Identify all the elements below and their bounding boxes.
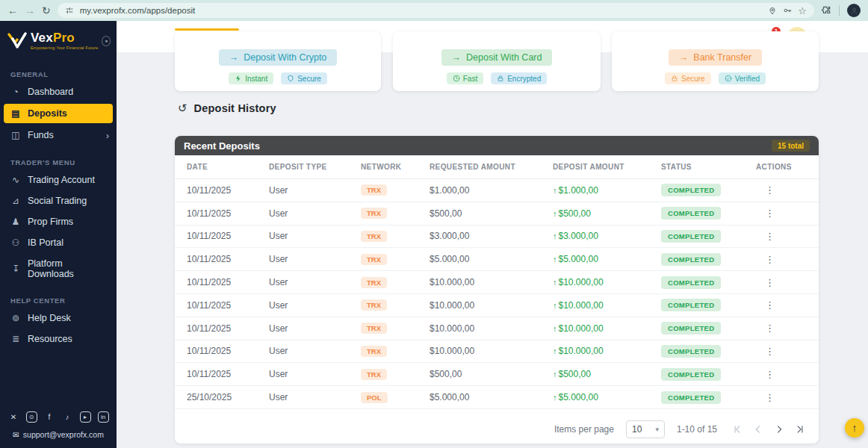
network-badge: TRX (361, 184, 387, 196)
cell-deposit-amount: ↑$10.000,00 (553, 300, 661, 311)
row-actions-menu-icon[interactable]: ⋮ (756, 254, 807, 265)
sidebar-item-deposits[interactable]: ▤Deposits (4, 104, 113, 123)
sidebar-item-funds[interactable]: ◫Funds› (0, 125, 117, 146)
row-actions-menu-icon[interactable]: ⋮ (756, 369, 807, 380)
row-actions-menu-icon[interactable]: ⋮ (756, 208, 807, 219)
sidebar-item-trading-account[interactable]: ∿Trading Account (0, 169, 117, 190)
mail-icon: ✉ (13, 430, 19, 439)
bank-transfer-button[interactable]: →Bank Transfer (669, 49, 762, 66)
sidebar-item-label: Resources (28, 334, 72, 344)
extensions-icon[interactable] (821, 5, 831, 16)
deposit-with-crypto-button[interactable]: →Deposit With Crypto (219, 49, 338, 66)
chrome-separator (839, 5, 840, 16)
dashboard-icon: ◔ (10, 87, 21, 97)
sidebar-item-platform-downloads[interactable]: ↧Platform Downloads (0, 253, 117, 284)
row-actions-menu-icon[interactable]: ⋮ (756, 323, 807, 334)
row-actions-menu-icon[interactable]: ⋮ (756, 299, 807, 311)
row-actions-menu-icon[interactable]: ⋮ (756, 231, 807, 242)
cell-deposit-type: User (269, 392, 361, 402)
person-icon (850, 7, 858, 15)
table-footer: Items per page 10 ▾ 1-10 of 15 (175, 415, 819, 444)
instagram-icon[interactable]: ⊙ (26, 411, 37, 423)
brand-name: VexPro (31, 31, 98, 44)
table-row: 10/11/2025UserTRX$10.000,00↑$10.000,00CO… (175, 317, 819, 340)
tiktok-icon[interactable]: ♪ (62, 411, 73, 423)
items-per-page-label: Items per page (554, 424, 614, 435)
social-links: ✕⊙f♪▸in (0, 405, 117, 429)
verified-badge: Verified (719, 72, 766, 84)
scroll-to-top-button[interactable]: ↑ (845, 418, 864, 438)
cell-date: 10/11/2025 (187, 185, 269, 196)
network-badge: TRX (361, 254, 387, 265)
youtube-icon[interactable]: ▸ (80, 411, 91, 423)
row-actions-menu-icon[interactable]: ⋮ (756, 184, 807, 196)
row-actions-menu-icon[interactable]: ⋮ (756, 346, 807, 357)
reload-button[interactable]: ↻ (42, 5, 51, 16)
forward-button[interactable]: → (25, 5, 35, 16)
help-desk-icon: ⊚ (10, 313, 21, 323)
cell-deposit-type: User (269, 208, 361, 219)
cell-deposit-type: User (269, 185, 361, 196)
section-label-trader-s-menu: TRADER'S MENU (0, 152, 117, 169)
sidebar-item-prop-firms[interactable]: ♟Prop Firms (0, 211, 117, 232)
cell-requested-amount: $5.000,00 (430, 392, 553, 402)
encrypted-badge: Encrypted (491, 72, 547, 84)
status-badge: COMPLETED (661, 230, 721, 243)
section-label-help-center: HELP CENTER (0, 290, 117, 308)
first-page-button[interactable] (732, 424, 743, 435)
secure-badge: Secure (665, 72, 711, 84)
bookmark-star-icon[interactable]: ☆ (798, 6, 807, 16)
status-badge: COMPLETED (661, 322, 721, 335)
table-titlebar: Recent Deposits 15 total (175, 136, 819, 155)
url-bar[interactable]: my.vexprofx.com/apps/deposit ☆ (58, 3, 814, 18)
sidebar-item-label: Deposits (28, 108, 67, 119)
cell-deposit-type: User (269, 254, 361, 264)
sidebar-item-help-desk[interactable]: ⊚Help Desk (0, 308, 117, 329)
table-body: 10/11/2025UserTRX$1.000,00↑$1.000,00COMP… (175, 179, 819, 409)
arrow-up-icon: ↑ (553, 231, 557, 240)
linkedin-icon[interactable]: in (98, 411, 109, 423)
brand: VexPro Empowering Your Financial Future … (0, 21, 117, 58)
key-icon[interactable] (783, 6, 792, 15)
page-size-select[interactable]: 10 ▾ (626, 420, 665, 438)
sidebar-item-dashboard[interactable]: ◔Dashboard (0, 81, 117, 102)
browser-chrome: ← → ↻ my.vexprofx.com/apps/deposit ☆ (0, 0, 868, 21)
network-badge: TRX (361, 277, 387, 288)
cell-deposit-amount: ↑$10.000,00 (553, 277, 661, 287)
browser-profile-avatar[interactable] (847, 4, 861, 17)
back-button[interactable]: ← (7, 5, 18, 16)
url-text[interactable]: my.vexprofx.com/apps/deposit (80, 6, 763, 15)
next-page-button[interactable] (774, 424, 784, 435)
cell-deposit-type: User (269, 300, 361, 311)
x-icon[interactable]: ✕ (8, 411, 19, 423)
row-actions-menu-icon[interactable]: ⋮ (756, 392, 807, 403)
facebook-icon[interactable]: f (44, 411, 55, 423)
tune-icon[interactable] (65, 6, 74, 15)
column-header-status: STATUS (661, 163, 756, 171)
sidebar-item-social-trading[interactable]: ⊿Social Trading (0, 190, 117, 211)
arrow-right-icon: → (452, 52, 462, 63)
section-title: Deposit History (194, 102, 276, 114)
cell-requested-amount: $10.000,00 (430, 277, 553, 287)
vexpro-logo-icon (7, 32, 27, 50)
cell-deposit-type: User (269, 369, 361, 379)
sidebar-item-label: Help Desk (28, 313, 71, 323)
last-page-button[interactable] (795, 424, 805, 435)
status-badge: COMPLETED (661, 391, 721, 404)
cell-date: 10/11/2025 (187, 300, 269, 311)
deposit-with-card-button[interactable]: →Deposit With Card (441, 49, 553, 66)
sidebar-item-resources[interactable]: ≣Resources (0, 329, 117, 349)
cell-requested-amount: $500,00 (430, 208, 553, 219)
sidebar-collapse-button[interactable]: ● (102, 36, 111, 46)
prev-page-button[interactable] (753, 424, 763, 435)
sidebar: VexPro Empowering Your Financial Future … (0, 21, 117, 448)
cell-deposit-amount: ↑$500,00 (553, 369, 661, 379)
cell-deposit-type: User (269, 346, 361, 356)
sidebar-item-ib-portal[interactable]: ⚇IB Portal (0, 232, 117, 253)
location-icon[interactable] (768, 6, 777, 15)
cell-deposit-amount: ↑$5.000,00 (553, 254, 661, 264)
support-email[interactable]: ✉ support@vexprofx.com (0, 429, 117, 442)
cell-requested-amount: $10.000,00 (430, 300, 553, 311)
cell-requested-amount: $5.000,00 (430, 254, 553, 264)
row-actions-menu-icon[interactable]: ⋮ (756, 277, 807, 288)
